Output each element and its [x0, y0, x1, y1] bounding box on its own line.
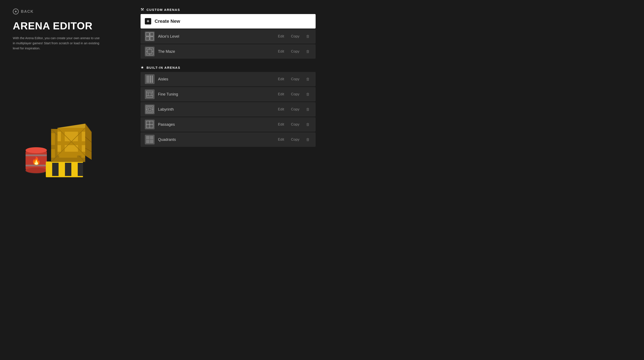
svg-rect-80	[150, 136, 153, 139]
svg-rect-12	[65, 162, 71, 177]
arena-row-the-maze[interactable]: The Maze Edit Copy 🗑	[140, 44, 316, 59]
custom-arenas-header: ⚒ CUSTOM ARENAS	[140, 7, 316, 12]
svg-rect-16	[46, 176, 83, 177]
arena-row-labyrinth[interactable]: Labyrinth Edit Copy 🗑	[140, 102, 316, 117]
copy-fine-tuning[interactable]: Copy	[289, 91, 301, 97]
delete-fine-tuning[interactable]: 🗑	[304, 91, 311, 98]
builtin-arenas-list: Aisles Edit Copy 🗑	[140, 72, 316, 147]
arena-thumb-passages	[145, 120, 154, 129]
delete-aisles[interactable]: 🗑	[304, 76, 311, 82]
builtin-arenas-icon: ★	[140, 65, 144, 70]
builtin-arenas-section: ★ BUILT-IN ARENAS Aisles Edit Copy	[140, 64, 316, 151]
arena-name-fine-tuning: Fine Tuning	[158, 92, 273, 97]
arena-thumb-alices-level	[145, 31, 154, 41]
svg-point-3	[26, 168, 47, 173]
back-label: BACK	[21, 9, 34, 14]
right-panel: ⚒ CUSTOM ARENAS + Create New Alice's	[140, 6, 316, 174]
copy-aisles[interactable]: Copy	[289, 76, 301, 82]
copy-alices-level[interactable]: Copy	[289, 33, 301, 39]
page-description: With the Arena Editor, you can create yo…	[13, 35, 102, 51]
arena-name-labyrinth: Labyrinth	[158, 107, 273, 112]
delete-quadrants[interactable]: 🗑	[304, 136, 311, 143]
svg-rect-52	[146, 75, 154, 83]
arena-thumb-labyrinth	[145, 104, 154, 114]
svg-rect-81	[146, 140, 150, 143]
arena-row-quadrants[interactable]: Quadrants Edit Copy 🗑	[140, 132, 316, 147]
edit-labyrinth[interactable]: Edit	[276, 106, 286, 112]
edit-the-maze[interactable]: Edit	[276, 48, 286, 54]
svg-rect-57	[146, 90, 154, 98]
arena-thumb-quadrants	[145, 135, 154, 144]
svg-rect-11	[58, 162, 65, 177]
arena-name-quadrants: Quadrants	[158, 137, 273, 142]
copy-the-maze[interactable]: Copy	[289, 48, 301, 54]
arena-row-alices-level[interactable]: Alice's Level Edit Copy 🗑	[140, 29, 316, 44]
svg-rect-79	[146, 136, 150, 139]
delete-labyrinth[interactable]: 🗑	[304, 106, 311, 113]
arena-row-fine-tuning[interactable]: Fine Tuning Edit Copy 🗑	[140, 87, 316, 101]
svg-rect-14	[78, 162, 84, 177]
custom-arenas-list: + Create New Alice's Level Edit Copy 🗑	[140, 14, 316, 59]
arena-name-alices-level: Alice's Level	[158, 34, 273, 39]
arena-thumb-aisles	[145, 74, 154, 84]
copy-passages[interactable]: Copy	[289, 121, 301, 127]
create-new-label: Create New	[154, 18, 180, 24]
edit-passages[interactable]: Edit	[276, 121, 286, 127]
back-button[interactable]: BACK	[13, 8, 124, 14]
arena-row-aisles[interactable]: Aisles Edit Copy 🗑	[140, 72, 316, 86]
builtin-arenas-header: ★ BUILT-IN ARENAS	[140, 65, 316, 70]
svg-rect-13	[71, 162, 78, 177]
arena-thumb-fine-tuning	[145, 89, 154, 99]
delete-alices-level[interactable]: 🗑	[304, 33, 311, 40]
delete-the-maze[interactable]: 🗑	[304, 48, 311, 55]
svg-rect-9	[46, 162, 52, 177]
svg-point-2	[26, 147, 47, 153]
page-title: ARENA EDITOR	[13, 20, 124, 32]
svg-rect-10	[52, 162, 58, 177]
copy-labyrinth[interactable]: Copy	[289, 106, 301, 112]
back-icon	[13, 8, 19, 14]
copy-quadrants[interactable]: Copy	[289, 137, 301, 143]
edit-alices-level[interactable]: Edit	[276, 33, 286, 39]
decor-area: 🔥	[8, 99, 102, 180]
svg-rect-82	[150, 140, 153, 143]
edit-quadrants[interactable]: Edit	[276, 137, 286, 143]
crate-illustration: 🔥	[15, 108, 96, 180]
builtin-arenas-title: BUILT-IN ARENAS	[146, 66, 180, 69]
edit-aisles[interactable]: Edit	[276, 76, 286, 82]
svg-rect-4	[26, 154, 47, 156]
create-new-plus-icon: +	[145, 18, 151, 24]
arena-name-passages: Passages	[158, 122, 273, 127]
custom-arenas-icon: ⚒	[140, 7, 144, 12]
svg-text:🔥: 🔥	[32, 156, 41, 165]
arena-thumb-the-maze	[145, 47, 154, 56]
create-new-button[interactable]: + Create New	[140, 14, 316, 28]
custom-arenas-title: CUSTOM ARENAS	[146, 8, 180, 11]
arena-row-passages[interactable]: Passages Edit Copy 🗑	[140, 117, 316, 132]
arena-name-the-maze: The Maze	[158, 49, 273, 54]
delete-passages[interactable]: 🗑	[304, 121, 311, 128]
arena-name-aisles: Aisles	[158, 77, 273, 81]
edit-fine-tuning[interactable]: Edit	[276, 91, 286, 97]
